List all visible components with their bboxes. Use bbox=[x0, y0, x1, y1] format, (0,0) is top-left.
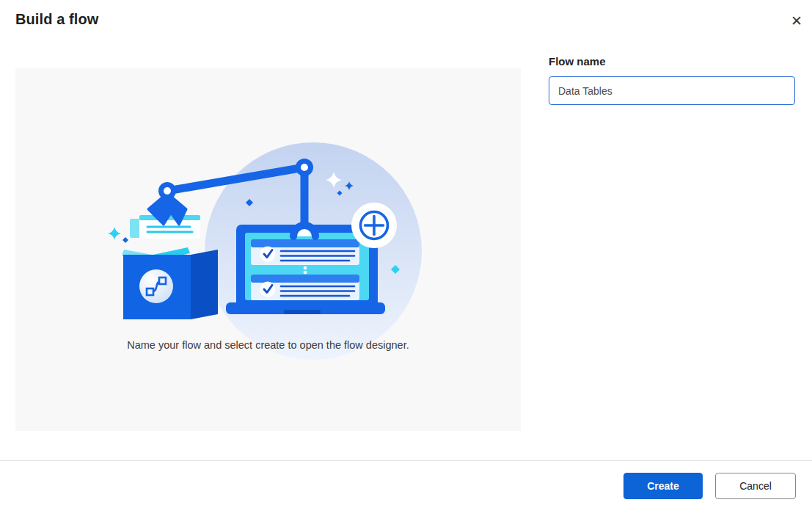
add-icon bbox=[351, 203, 397, 248]
flow-illustration bbox=[15, 68, 521, 431]
illustration-panel: Name your flow and select create to open… bbox=[15, 68, 521, 431]
footer-divider bbox=[0, 460, 812, 461]
box-icon bbox=[122, 247, 218, 319]
cancel-button[interactable]: Cancel bbox=[715, 473, 796, 499]
close-icon: ✕ bbox=[791, 14, 802, 28]
create-button[interactable]: Create bbox=[623, 473, 703, 499]
crane-hook-icon bbox=[293, 225, 315, 236]
flow-name-input[interactable] bbox=[549, 76, 795, 105]
close-button[interactable]: ✕ bbox=[786, 10, 807, 31]
illustration-caption: Name your flow and select create to open… bbox=[15, 339, 521, 351]
dialog-title: Build a flow bbox=[15, 11, 98, 28]
flow-name-label: Flow name bbox=[549, 55, 606, 68]
